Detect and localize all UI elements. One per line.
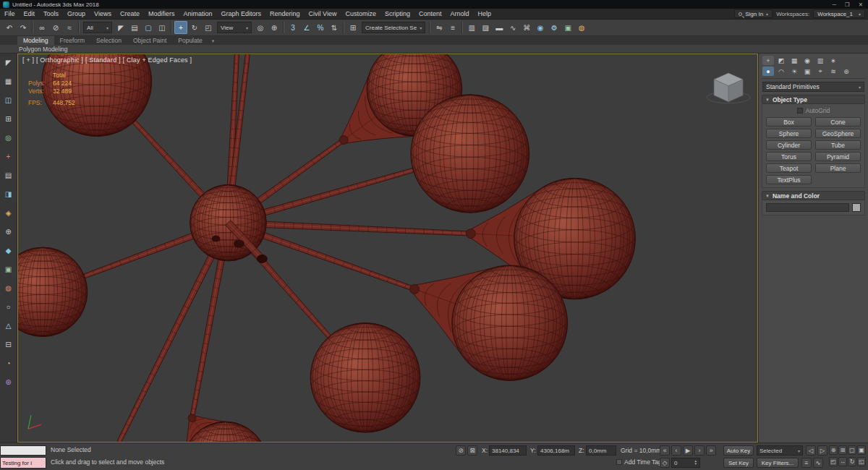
menu-modifiers[interactable]: Modifiers	[144, 9, 179, 18]
go-to-start-button[interactable]: «	[660, 445, 670, 456]
x-coordinate-field[interactable]: 38140,834	[489, 445, 527, 456]
pyramid-button[interactable]: Pyramid	[815, 152, 861, 161]
create-tab-icon[interactable]: +	[762, 56, 774, 65]
selection-lock-toggle[interactable]: ⊠	[467, 445, 477, 456]
align-icon[interactable]: ≡	[446, 21, 459, 34]
left-tool-select-icon[interactable]: ◤	[2, 56, 14, 69]
use-pivot-point-icon[interactable]: ◎	[254, 21, 267, 34]
unlink-selection-icon[interactable]: ⊘	[49, 21, 62, 34]
render-setup-icon[interactable]: ⚙	[548, 21, 561, 34]
maxscript-mini-listener[interactable]: Testing for i	[0, 457, 46, 469]
ribbon-tab-object-paint[interactable]: Object Paint	[127, 36, 172, 45]
menu-help[interactable]: Help	[473, 9, 495, 18]
cone-button[interactable]: Cone	[815, 117, 861, 127]
ribbon-toggle-icon[interactable]: ▬	[493, 21, 506, 34]
angle-snap-icon[interactable]: ∠	[300, 21, 313, 34]
menu-scripting[interactable]: Scripting	[380, 9, 414, 18]
left-tool-pivot-icon[interactable]: ◎	[2, 132, 14, 144]
select-object-icon[interactable]: ◤	[114, 21, 127, 34]
named-selection-sets-icon[interactable]: ⊞	[346, 21, 359, 34]
left-tool-split-icon[interactable]: ◫	[2, 94, 14, 106]
ribbon-tab-modeling[interactable]: Modeling	[17, 36, 54, 45]
snaps-toggle-icon[interactable]: 3	[286, 21, 299, 34]
ribbon-tab-selection[interactable]: Selection	[90, 36, 127, 45]
menu-views[interactable]: Views	[90, 9, 116, 18]
left-tool-ring-icon[interactable]: ○	[2, 301, 14, 313]
set-key-button[interactable]: Set Key	[723, 458, 754, 468]
isolate-selection-toggle[interactable]: ⊘	[456, 445, 466, 456]
menu-edit[interactable]: Edit	[20, 9, 40, 18]
left-tool-spin-icon[interactable]: ⊛	[2, 376, 14, 388]
ribbon-tab-freeform[interactable]: Freeform	[54, 36, 90, 45]
next-frame-button[interactable]: ›	[694, 445, 705, 456]
go-to-end-button[interactable]: »	[706, 445, 716, 456]
geosphere-button[interactable]: GeoSphere	[815, 129, 861, 138]
viewport[interactable]: [ + ] [ Orthographic ] [ Standard ] [ Cl…	[17, 54, 758, 443]
time-configuration-button[interactable]: ≡	[801, 458, 812, 468]
left-tool-frame-icon[interactable]: ▣	[2, 263, 14, 275]
menu-file[interactable]: File	[0, 9, 20, 18]
zoom-extents-icon[interactable]: ▢	[848, 445, 856, 455]
spinner-snap-icon[interactable]: ⇅	[328, 21, 341, 34]
space-warps-category-icon[interactable]: ≋	[827, 67, 839, 76]
menu-group[interactable]: Group	[63, 9, 90, 18]
left-tool-minus-icon[interactable]: ⊟	[2, 338, 14, 351]
y-coordinate-field[interactable]: 4306,168m	[537, 445, 575, 456]
left-tool-sets-icon[interactable]: ⊞	[2, 113, 14, 125]
left-tool-target-icon[interactable]: ⊕	[2, 226, 14, 238]
menu-civil-view[interactable]: Civil View	[305, 9, 341, 18]
menu-content[interactable]: Content	[414, 9, 446, 18]
menu-create[interactable]: Create	[116, 9, 144, 18]
mini-curve-editor-button[interactable]: ∿	[813, 458, 823, 468]
minimize-button[interactable]: ─	[833, 1, 836, 8]
menu-tools[interactable]: Tools	[39, 9, 63, 18]
cameras-category-icon[interactable]: ▣	[801, 67, 813, 76]
menu-graph-editors[interactable]: Graph Editors	[216, 9, 265, 18]
render-production-icon[interactable]: ◍	[575, 21, 588, 34]
shapes-category-icon[interactable]: ◠	[775, 67, 787, 76]
maximize-button[interactable]: ❒	[845, 1, 850, 8]
autogrid-toggle[interactable]: AutoGrid	[766, 107, 861, 114]
auto-key-button[interactable]: Auto Key	[723, 445, 754, 456]
select-and-move-icon[interactable]: +	[174, 21, 187, 34]
maxscript-macro-recorder-line[interactable]	[0, 445, 46, 456]
create-selection-set-dropdown[interactable]: Create Selection Se▾	[362, 22, 425, 33]
zoom-icon[interactable]: ⊕	[829, 445, 838, 455]
left-tool-gem-icon[interactable]: ◆	[2, 244, 14, 257]
selection-filter-dropdown[interactable]: All▾	[83, 22, 112, 33]
redo-icon[interactable]: ↷	[17, 21, 30, 34]
left-tool-list-icon[interactable]: ▤	[2, 169, 14, 181]
material-editor-icon[interactable]: ◉	[534, 21, 547, 34]
cylinder-button[interactable]: Cylinder	[766, 140, 812, 150]
viewport-label[interactable]: [ + ] [ Orthographic ] [ Standard ] [ Cl…	[22, 56, 192, 64]
previous-frame-button[interactable]: ‹	[671, 445, 681, 456]
menu-rendering[interactable]: Rendering	[265, 9, 305, 18]
key-selection-dropdown[interactable]: Selected ▾	[757, 445, 803, 456]
frame-spinner[interactable]: ▲▼	[694, 460, 697, 466]
ribbon-overflow-icon[interactable]: ▾	[208, 38, 218, 45]
select-and-scale-icon[interactable]: ◰	[202, 21, 215, 34]
scene-explorer-icon[interactable]: ▥	[465, 21, 478, 34]
left-tool-quarter-icon[interactable]: ◔	[2, 357, 14, 369]
bind-to-space-warp-icon[interactable]: ≈	[63, 21, 76, 34]
left-tool-half-icon[interactable]: ◨	[2, 188, 14, 200]
menu-customize[interactable]: Customize	[341, 9, 380, 18]
name-and-color-rollout-header[interactable]: ▼ Name and Color	[762, 191, 865, 200]
workspace-dropdown[interactable]: Workspace_1 ▾	[813, 9, 865, 18]
textplus-button[interactable]: TextPlus	[766, 175, 812, 184]
ribbon-tab-populate[interactable]: Populate	[172, 36, 208, 45]
menu-arnold[interactable]: Arnold	[446, 9, 473, 18]
box-button[interactable]: Box	[766, 117, 812, 127]
zoom-extents-all-icon[interactable]: ▣	[857, 445, 866, 455]
left-tool-sphere-icon[interactable]: ◍	[2, 282, 14, 294]
play-animation-button[interactable]: ▶	[683, 445, 693, 456]
selection-region-icon[interactable]: ▢	[142, 21, 155, 34]
layer-explorer-icon[interactable]: ▨	[479, 21, 492, 34]
left-tool-grid-icon[interactable]: ▦	[2, 75, 14, 87]
curve-editor-icon[interactable]: ∿	[506, 21, 519, 34]
zoom-region-icon[interactable]: ◰	[829, 457, 838, 466]
object-color-swatch[interactable]	[852, 203, 861, 212]
mirror-icon[interactable]: ⇋	[433, 21, 446, 34]
z-coordinate-field[interactable]: 0,0mm	[586, 445, 616, 456]
object-type-rollout-header[interactable]: ▼ Object Type	[762, 95, 865, 104]
